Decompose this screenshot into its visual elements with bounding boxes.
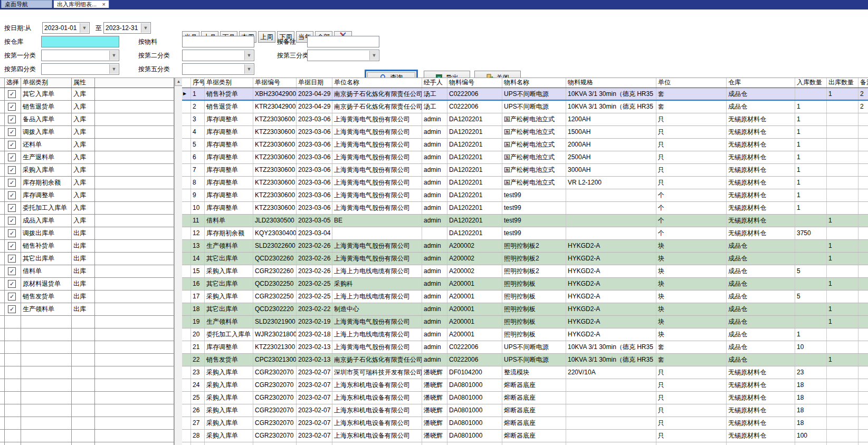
detail-col-header[interactable]: 入库数量 — [795, 78, 827, 88]
detail-row[interactable]: 13生产领料单SLD230226002023-02-26上海黄海电气股份有限公司… — [182, 240, 868, 253]
material-input[interactable] — [183, 37, 253, 46]
doc-type-checkbox[interactable]: ✓ — [8, 153, 16, 161]
doc-type-row[interactable] — [0, 379, 174, 392]
scroll-up-icon[interactable]: ▲ — [175, 78, 183, 86]
doc-type-row[interactable] — [0, 392, 174, 404]
detail-row[interactable]: 4库存调整单KTZ230306002023-03-06上海黄海电气股份有限公司a… — [182, 126, 868, 139]
chevron-down-icon[interactable]: ▼ — [369, 51, 378, 60]
doc-type-checkbox[interactable]: ✓ — [8, 141, 16, 149]
doc-type-row[interactable]: ✓借料单出库 — [0, 265, 174, 278]
detail-row[interactable]: 12库存期初余额KQY230304002023-03-04DA1202201te… — [182, 227, 868, 240]
detail-row[interactable]: 17采购入库单CGR23022502023-02-25上海上力电线电缆有限公司a… — [182, 291, 868, 303]
doc-type-row[interactable]: ✓库存期初余额入库 — [0, 177, 174, 189]
detail-col-header[interactable]: 经手人 — [422, 78, 447, 88]
detail-row[interactable] — [182, 442, 868, 445]
chevron-down-icon[interactable]: ▼ — [109, 64, 118, 74]
tab-desktop-nav[interactable]: 桌面导航 — [1, 0, 52, 8]
remark-input[interactable] — [308, 37, 378, 46]
doc-type-checkbox[interactable]: ✓ — [8, 217, 16, 225]
detail-col-header[interactable]: 备注 — [859, 78, 868, 88]
detail-row[interactable]: 23采购入库单CGR23020702023-02-07深圳市英可瑞科技开发有限公… — [182, 366, 868, 379]
doc-type-checkbox[interactable]: ✓ — [8, 293, 16, 301]
detail-row[interactable]: 27采购入库单CGR23020702023-02-07上海东和机电设备有限公司潘… — [182, 417, 868, 430]
cat3-dropdown[interactable]: ▼ — [307, 50, 379, 61]
doc-type-row[interactable]: ✓其它出库单出库 — [0, 253, 174, 265]
doc-type-row[interactable]: ✓生产退料单入库 — [0, 151, 174, 164]
cat1-dropdown[interactable]: ▼ — [41, 50, 119, 61]
detail-col-header[interactable]: 单据日期 — [297, 78, 332, 88]
chevron-down-icon[interactable]: ▼ — [141, 23, 150, 33]
doc-type-row[interactable]: ✓调拨出库单出库 — [0, 227, 174, 240]
chevron-down-icon[interactable]: ▼ — [80, 23, 89, 33]
detail-row[interactable]: 9库存调整单KTZ230306002023-03-06上海黄海电气股份有限公司a… — [182, 189, 868, 202]
doc-type-row[interactable]: ✓销售发货单出库 — [0, 291, 174, 303]
detail-col-header[interactable]: 单位名称 — [332, 78, 422, 88]
detail-row[interactable]: 15采购入库单CGR23022602023-02-26上海上力电线电缆有限公司a… — [182, 265, 868, 278]
detail-row[interactable]: 18其它出库单QCD23022202023-02-22制造中心adminA200… — [182, 303, 868, 316]
doc-type-row[interactable]: ✓委托加工入库单入库 — [0, 202, 174, 215]
detail-row[interactable]: 8库存调整单KTZ230306002023-03-06上海黄海电气股份有限公司a… — [182, 177, 868, 189]
doc-type-checkbox[interactable]: ✓ — [8, 166, 16, 174]
detail-row[interactable]: 24采购入库单CGR23020702023-02-07上海东和机电设备有限公司潘… — [182, 379, 868, 392]
detail-row[interactable]: 11借料单JLD230305002023-03-05BEadminDA12022… — [182, 215, 868, 227]
chevron-down-icon[interactable]: ▼ — [244, 51, 253, 60]
detail-col-header[interactable]: 物料编号 — [447, 78, 502, 88]
doc-type-row[interactable] — [0, 430, 174, 442]
detail-row[interactable]: 21库存调整单KTZ230213002023-02-13上海黄海电气股份有限公司… — [182, 341, 868, 354]
detail-col-header[interactable]: 仓库 — [727, 78, 795, 88]
doc-type-checkbox[interactable]: ✓ — [8, 90, 16, 98]
doc-type-checkbox[interactable]: ✓ — [8, 255, 16, 263]
doc-type-row[interactable]: ✓原材料退货单出库 — [0, 278, 174, 291]
detail-col-header[interactable]: 物料规格 — [566, 78, 656, 88]
close-icon[interactable]: × — [102, 1, 106, 8]
doc-type-row[interactable] — [0, 316, 174, 328]
doc-type-checkbox[interactable]: ✓ — [8, 280, 16, 288]
doc-type-checkbox[interactable]: ✓ — [8, 179, 16, 187]
doc-type-row[interactable]: ✓其它入库单入库 — [0, 88, 174, 101]
detail-row[interactable]: 6库存调整单KTZ230306002023-03-06上海黄海电气股份有限公司a… — [182, 151, 868, 164]
doc-type-row[interactable]: ✓库存调整单入库 — [0, 189, 174, 202]
detail-row[interactable]: 25采购入库单CGR23020702023-02-07上海东和机电设备有限公司潘… — [182, 392, 868, 404]
detail-col-header[interactable]: 单据编号 — [253, 78, 297, 88]
doc-type-row[interactable] — [0, 341, 174, 354]
cat2-dropdown[interactable]: ▼ — [182, 50, 254, 61]
doc-type-row[interactable]: ✓生产领料单出库 — [0, 303, 174, 316]
detail-col-header[interactable]: 单位 — [656, 78, 727, 88]
detail-col-header[interactable]: 出库数量 — [827, 78, 859, 88]
doc-type-row[interactable] — [0, 404, 174, 417]
cat5-dropdown[interactable]: ▼ — [182, 63, 254, 75]
doc-type-checkbox[interactable]: ✓ — [8, 191, 16, 199]
doc-type-checkbox[interactable]: ✓ — [8, 115, 16, 123]
doc-type-checkbox[interactable]: ✓ — [8, 267, 16, 275]
detail-row[interactable]: 2销售退货单KTR230429002023-04-29南京扬子石化炼化有限责任公… — [182, 101, 868, 113]
chevron-down-icon[interactable]: ▼ — [244, 64, 253, 74]
doc-type-row[interactable]: ✓备品入库单入库 — [0, 113, 174, 126]
doc-type-row[interactable] — [0, 328, 174, 341]
quick-range-button[interactable]: 上周 — [258, 31, 275, 43]
doc-type-row[interactable] — [0, 417, 174, 430]
detail-col-header[interactable]: 物料名称 — [502, 78, 566, 88]
date-from-combo[interactable]: 2023-01-01 ▼ — [42, 22, 90, 34]
doc-type-checkbox[interactable]: ✓ — [8, 305, 16, 313]
doc-type-row[interactable] — [0, 366, 174, 379]
doc-type-checkbox[interactable]: ✓ — [8, 229, 16, 237]
doc-type-row[interactable]: ✓销售退货单入库 — [0, 101, 174, 113]
detail-row[interactable]: 20委托加工入库单WJR230218002023-02-18上海上力电线电缆有限… — [182, 328, 868, 341]
doc-type-scrollbar[interactable]: ▲ — [174, 78, 183, 445]
doc-type-row[interactable]: ✓成品入库单入库 — [0, 215, 174, 227]
detail-row[interactable]: 3库存调整单KTZ230306002023-03-06上海黄海电气股份有限公司a… — [182, 113, 868, 126]
tab-inout-detail-report[interactable]: × 出入库明细表... — [53, 0, 109, 8]
detail-row[interactable]: 26采购入库单CGR23020702023-02-07上海东和机电设备有限公司潘… — [182, 404, 868, 417]
doc-type-checkbox[interactable]: ✓ — [8, 204, 16, 212]
doc-type-row[interactable] — [0, 354, 174, 366]
detail-row[interactable]: 19生产领料单SLD230219002023-02-19上海黄海电气股份有限公司… — [182, 316, 868, 328]
detail-row[interactable]: 16其它出库单QCD23022502023-02-25采购科adminA2000… — [182, 278, 868, 291]
detail-row[interactable]: 5库存调整单KTZ230306002023-03-06上海黄海电气股份有限公司a… — [182, 139, 868, 151]
detail-row[interactable]: 7库存调整单KTZ230306002023-03-06上海黄海电气股份有限公司a… — [182, 164, 868, 177]
detail-row[interactable]: 14其它出库单QCD23022602023-02-26上海黄海电气股份有限公司a… — [182, 253, 868, 265]
chevron-down-icon[interactable]: ▼ — [109, 51, 118, 60]
doc-type-row[interactable]: ✓采购入库单入库 — [0, 164, 174, 177]
detail-col-header[interactable]: 序号 — [191, 78, 205, 88]
detail-col-header[interactable]: 单据类别 — [205, 78, 253, 88]
doc-type-row[interactable] — [0, 442, 174, 445]
